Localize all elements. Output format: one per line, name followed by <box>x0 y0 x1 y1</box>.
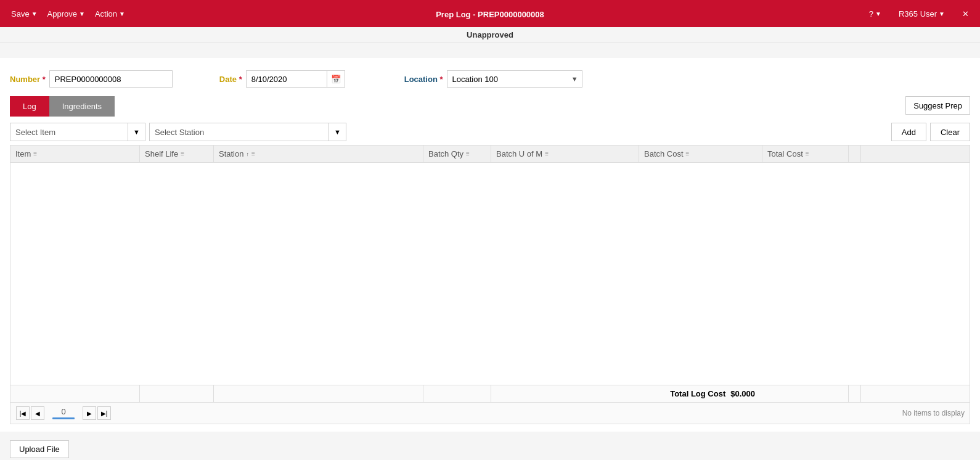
data-grid: Item ≡ Shelf Life ≡ Station ↑ ≡ Batch Qt… <box>10 145 970 424</box>
prev-page-button[interactable]: ◀ <box>31 406 44 420</box>
batch-qty-filter-icon[interactable]: ≡ <box>466 150 470 157</box>
shelf-life-filter-icon[interactable]: ≡ <box>181 150 184 157</box>
grid-header: Item ≡ Shelf Life ≡ Station ↑ ≡ Batch Qt… <box>10 146 970 163</box>
col-batch-cost: Batch Cost ≡ <box>639 146 762 162</box>
date-field: 📅 <box>246 70 345 88</box>
total-log-cost-value: $0.000 <box>730 389 755 398</box>
location-group: Location * Location 100 ▼ <box>404 70 582 88</box>
action-label: Action <box>95 9 117 18</box>
station-sort-icon[interactable]: ↑ <box>246 151 249 157</box>
footer-spacer <box>849 385 861 402</box>
date-input[interactable] <box>247 72 327 86</box>
page-number: 0 <box>61 407 65 416</box>
date-group: Date * 📅 <box>219 70 345 88</box>
toolbar-row: Select Item ▼ Select Station ▼ Add Clear <box>10 123 970 141</box>
next-page-button[interactable]: ▶ <box>83 406 96 420</box>
pagination-row: |◀ ◀ 0 ▶ ▶| No items to display <box>10 402 970 424</box>
batch-cost-filter-icon[interactable]: ≡ <box>686 150 690 157</box>
batch-uom-filter-icon[interactable]: ≡ <box>545 150 549 157</box>
action-menu-button[interactable]: Action ▼ <box>91 7 129 21</box>
user-label: R365 User <box>899 9 937 18</box>
help-menu-button[interactable]: ? ▼ <box>865 7 885 21</box>
add-button[interactable]: Add <box>891 123 926 141</box>
select-station-caret-icon[interactable]: ▼ <box>329 123 346 141</box>
close-icon: ✕ <box>962 9 969 18</box>
location-caret-icon[interactable]: ▼ <box>568 75 582 83</box>
select-item-placeholder: Select Item <box>10 125 128 139</box>
content-area: Number * Date * 📅 Location * <box>0 58 980 432</box>
status-text: Unapproved <box>467 30 513 39</box>
suggest-prep-button[interactable]: Suggest Prep <box>905 96 970 115</box>
calendar-icon-button[interactable]: 📅 <box>327 71 345 87</box>
help-caret-icon: ▼ <box>875 10 881 17</box>
number-label: Number * <box>10 75 46 84</box>
footer-item <box>10 385 140 402</box>
col-item: Item ≡ <box>10 146 140 162</box>
first-page-button[interactable]: |◀ <box>16 406 30 420</box>
no-items-text: No items to display <box>902 409 965 417</box>
footer-batch-qty <box>423 385 491 402</box>
col-total-cost: Total Cost ≡ <box>762 146 849 162</box>
user-menu-button[interactable]: R365 User ▼ <box>895 7 949 21</box>
help-icon: ? <box>869 9 873 18</box>
status-bar: Unapproved <box>0 27 980 43</box>
grid-body <box>10 163 970 385</box>
form-row: Number * Date * 📅 Location * <box>10 70 970 88</box>
col-shelf-life: Shelf Life ≡ <box>140 146 214 162</box>
number-group: Number * <box>10 70 173 88</box>
top-bar-right: ? ▼ R365 User ▼ ✕ <box>865 7 973 21</box>
item-filter-icon[interactable]: ≡ <box>33 150 37 157</box>
top-bar-left: Save ▼ Approve ▼ Action ▼ <box>7 7 129 21</box>
select-station-dropdown[interactable]: Select Station ▼ <box>149 123 346 141</box>
location-label: Location * <box>404 75 443 84</box>
date-label: Date * <box>219 75 242 84</box>
footer-shelf-life <box>140 385 214 402</box>
user-caret-icon: ▼ <box>939 10 945 17</box>
station-filter-icon[interactable]: ≡ <box>251 150 255 157</box>
col-scrollbar-spacer <box>849 146 861 162</box>
page-indicator: 0 <box>45 407 82 419</box>
select-item-caret-icon[interactable]: ▼ <box>128 123 145 141</box>
tabs-row: Log Ingredients Suggest Prep <box>10 96 970 117</box>
footer-station <box>214 385 423 402</box>
tab-log[interactable]: Log <box>10 96 49 117</box>
footer-total-cost <box>762 385 849 402</box>
col-batch-qty: Batch Qty ≡ <box>423 146 491 162</box>
top-bar: Save ▼ Approve ▼ Action ▼ Prep Log - PRE… <box>0 0 980 27</box>
upload-file-button[interactable]: Upload File <box>10 440 69 458</box>
approve-label: Approve <box>47 9 77 18</box>
approve-menu-button[interactable]: Approve ▼ <box>44 7 89 21</box>
select-item-dropdown[interactable]: Select Item ▼ <box>10 123 145 141</box>
save-caret-icon: ▼ <box>31 10 38 17</box>
tab-ingredients[interactable]: Ingredients <box>49 96 115 117</box>
action-caret-icon: ▼ <box>119 10 125 17</box>
grid-footer: Total Log Cost $0.000 <box>10 385 970 402</box>
approve-caret-icon: ▼ <box>79 10 85 17</box>
total-log-cost-label: Total Log Cost <box>670 389 725 398</box>
save-menu-button[interactable]: Save ▼ <box>7 7 41 21</box>
select-station-placeholder: Select Station <box>150 125 329 139</box>
total-cost-filter-icon[interactable]: ≡ <box>806 150 809 157</box>
calendar-icon: 📅 <box>331 75 341 84</box>
location-value: Location 100 <box>447 72 568 86</box>
page-title: Prep Log - PREP0000000008 <box>436 9 544 19</box>
col-station: Station ↑ ≡ <box>214 146 423 162</box>
clear-button[interactable]: Clear <box>930 123 970 141</box>
last-page-button[interactable]: ▶| <box>97 406 111 420</box>
total-log-cost-cell: Total Log Cost $0.000 <box>491 385 762 402</box>
page-indicator-bar <box>52 417 75 419</box>
col-batch-uom: Batch U of M ≡ <box>491 146 639 162</box>
location-dropdown[interactable]: Location 100 ▼ <box>447 70 582 88</box>
save-label: Save <box>11 9 30 18</box>
close-button[interactable]: ✕ <box>958 7 973 21</box>
number-input[interactable] <box>49 70 173 88</box>
